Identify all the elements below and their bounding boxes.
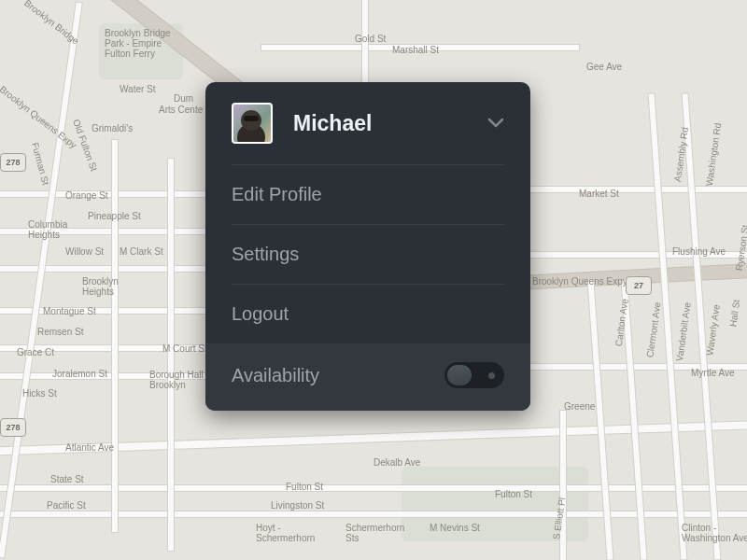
avatar xyxy=(232,103,273,144)
route-shield: 278 xyxy=(0,418,26,437)
map-label: Hall St xyxy=(727,299,741,328)
map-label: Furman St xyxy=(30,142,51,187)
map-label: Vanderbilt Ave xyxy=(674,301,693,361)
menu-item-edit-profile[interactable]: Edit Profile xyxy=(205,165,530,224)
map-label: M Court St xyxy=(162,343,207,354)
chevron-down-icon xyxy=(487,115,504,132)
map-label: Brooklyn Queens Expy xyxy=(532,276,627,287)
map-label: Willow St xyxy=(65,246,104,257)
map-label: Grimaldi's xyxy=(92,123,133,133)
route-shield: 278 xyxy=(0,153,26,172)
user-name: Michael xyxy=(293,111,487,136)
map-label: Borough Hall - Brooklyn xyxy=(149,370,209,390)
map-label: Orange St xyxy=(65,190,108,201)
user-menu-header[interactable]: Michael xyxy=(205,82,530,164)
map-label: Pacific St xyxy=(47,500,86,511)
map-label: Montague St xyxy=(43,306,96,316)
map-label: Fulton St xyxy=(495,489,532,499)
menu-item-logout[interactable]: Logout xyxy=(205,285,530,343)
map-label: State St xyxy=(50,474,84,484)
availability-row: Availability xyxy=(205,343,530,411)
map-label: Waverly Ave xyxy=(704,303,722,356)
map-label: Clinton - Washington Ave xyxy=(682,523,747,543)
map-label: Gold St xyxy=(355,34,386,44)
map-label: Dum xyxy=(174,93,193,104)
map-label: Myrtle Ave xyxy=(691,368,735,378)
map-label: Market St xyxy=(579,189,619,199)
toggle-knob xyxy=(447,365,472,385)
map-label: M Nevins St xyxy=(430,523,480,533)
map-label: Columbia Heights xyxy=(28,219,67,240)
map-label: Pineapple St xyxy=(88,211,141,221)
map-label: Fulton St xyxy=(286,482,323,492)
menu-item-settings[interactable]: Settings xyxy=(205,225,530,284)
map-label: Brooklyn Heights xyxy=(82,276,119,297)
map-label: Greene xyxy=(564,401,595,412)
availability-label: Availability xyxy=(232,365,319,386)
availability-toggle[interactable] xyxy=(444,362,504,388)
map-label: Arts Cente xyxy=(159,105,203,115)
map-label: Remsen St xyxy=(37,327,83,337)
map-label: Atlantic Ave xyxy=(65,442,114,453)
map-label: Schermerhorn Sts xyxy=(345,523,404,543)
map-label: Washington Rd xyxy=(704,122,723,187)
map-label: Clermont Ave xyxy=(644,301,662,358)
map-label: Hicks St xyxy=(22,388,57,399)
map-label: Brooklyn Bridge Park - Empire Fulton Fer… xyxy=(105,28,171,59)
map-label: Flushing Ave xyxy=(672,246,726,257)
user-menu-dropdown: Michael Edit Profile Settings Logout Ava… xyxy=(205,82,530,411)
map-label: Brooklyn Bridge xyxy=(22,0,80,47)
toggle-indicator xyxy=(488,372,495,379)
map-label: Hoyt - Schermerhorn xyxy=(256,523,315,543)
map-label: Joralemon St xyxy=(52,369,107,379)
map-label: Water St xyxy=(120,84,156,94)
map-label: Livingston St xyxy=(271,500,324,511)
map-label: Grace Ct xyxy=(17,347,54,357)
route-shield: 27 xyxy=(626,276,652,295)
map-label: Marshall St xyxy=(392,45,439,55)
map-label: M Clark St xyxy=(120,246,163,257)
map-label: Dekalb Ave xyxy=(374,457,420,468)
map-label: Gee Ave xyxy=(586,62,622,72)
